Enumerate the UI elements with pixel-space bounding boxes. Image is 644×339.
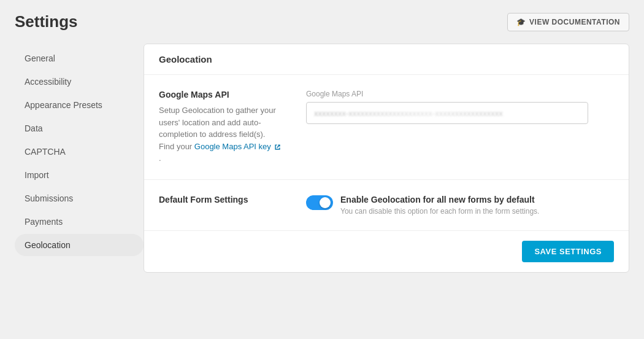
sidebar-item-submissions[interactable]: Submissions	[15, 187, 144, 209]
panel-title-bar: Geolocation	[144, 44, 629, 75]
sidebar: General Accessibility Appearance Presets…	[15, 44, 144, 273]
geolocation-toggle[interactable]	[306, 195, 333, 210]
api-field-label: Google Maps API	[306, 90, 614, 98]
google-maps-title: Google Maps API	[159, 90, 282, 99]
toggle-thumb	[320, 197, 331, 208]
google-maps-api-link[interactable]: Google Maps API key	[194, 142, 271, 151]
sidebar-item-payments[interactable]: Payments	[15, 211, 144, 233]
sidebar-item-accessibility[interactable]: Accessibility	[15, 71, 144, 93]
google-maps-section: Google Maps API Setup Geolocation to gat…	[144, 75, 629, 180]
api-input-wrapper[interactable]: xxxxxxxx-xxxxxxxxxxxxxxxxxxxxx-xxxxxxxxx…	[306, 102, 588, 124]
toggle-sublabel: You can disable this option for each for…	[340, 207, 614, 216]
panel-footer: SAVE SETTINGS	[144, 231, 629, 272]
toggle-label: Enable Geolocation for all new forms by …	[340, 195, 614, 205]
google-maps-label: Google Maps API Setup Geolocation to gat…	[159, 90, 282, 165]
external-link-icon	[274, 144, 281, 150]
default-form-label: Default Form Settings	[159, 195, 282, 216]
sidebar-item-general[interactable]: General	[15, 47, 144, 69]
google-maps-field: Google Maps API xxxxxxxx-xxxxxxxxxxxxxxx…	[306, 90, 614, 165]
sidebar-item-captcha[interactable]: CAPTCHA	[15, 141, 144, 163]
default-form-section: Default Form Settings Enable Geolocation…	[144, 180, 629, 231]
toggle-row: Enable Geolocation for all new forms by …	[306, 195, 614, 216]
default-form-title: Default Form Settings	[159, 195, 282, 205]
toggle-text-group: Enable Geolocation for all new forms by …	[340, 195, 614, 216]
view-docs-label: VIEW DOCUMENTATION	[529, 18, 620, 26]
view-docs-button[interactable]: 🎓 VIEW DOCUMENTATION	[507, 13, 629, 31]
panel-title: Geolocation	[159, 54, 614, 64]
default-form-field: Enable Geolocation for all new forms by …	[306, 195, 614, 216]
page-title: Settings	[15, 12, 78, 31]
sidebar-item-appearance-presets[interactable]: Appearance Presets	[15, 94, 144, 116]
save-settings-button[interactable]: SAVE SETTINGS	[522, 241, 614, 262]
toggle-track	[306, 195, 333, 210]
sidebar-item-import[interactable]: Import	[15, 164, 144, 186]
google-maps-desc: Setup Geolocation to gather your users' …	[159, 104, 282, 165]
sidebar-item-data[interactable]: Data	[15, 117, 144, 139]
api-key-value: xxxxxxxx-xxxxxxxxxxxxxxxxxxxxx-xxxxxxxxx…	[314, 109, 503, 118]
sidebar-item-geolocation[interactable]: Geolocation	[15, 234, 144, 256]
docs-icon: 🎓	[516, 18, 526, 26]
content-panel: Geolocation Google Maps API Setup Geoloc…	[144, 44, 629, 273]
